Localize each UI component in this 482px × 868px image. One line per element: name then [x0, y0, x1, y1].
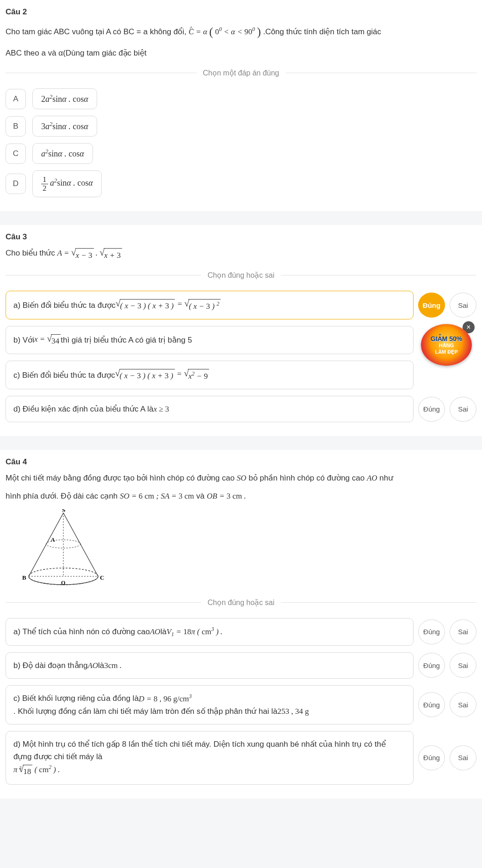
section-divider: Chọn một đáp án đúng — [6, 69, 476, 77]
statement-c-row: c) Biết khối lượng riêng của đồng là D =… — [6, 685, 476, 724]
false-button[interactable]: Sai — [450, 293, 476, 318]
text-fragment: b) Độ dài đoạn thẳng — [13, 659, 87, 672]
option-b-radio[interactable]: B — [6, 116, 26, 137]
text-fragment: d) Một hình trụ có thể tích gấp 8 lần th… — [13, 738, 406, 763]
math-expression: 3a2sinα . cosα — [41, 121, 88, 131]
true-button[interactable]: Đúng — [418, 745, 445, 770]
statement-c[interactable]: c) Biết khối lượng riêng của đồng là D =… — [6, 685, 414, 724]
option-c-row: C a2sinα . cosα — [6, 143, 476, 164]
true-button[interactable]: Đúng — [418, 293, 445, 318]
promo-line2: HÀNG — [439, 343, 454, 349]
label-s: S — [62, 509, 65, 513]
option-d-radio[interactable]: D — [6, 174, 26, 194]
math-expression: D = 8 , 96 g/cm3 — [139, 692, 192, 705]
option-b-row: B 3a2sinα . cosα — [6, 116, 476, 137]
divider-label: Chọn đúng hoặc sai — [201, 271, 281, 280]
option-a-row: A 2a2sinα . cosα — [6, 88, 476, 109]
math-expression: AO — [367, 474, 377, 482]
false-button[interactable]: Sai — [450, 653, 476, 678]
label-o: O — [61, 580, 65, 586]
statement-b[interactable]: b) Với x = √34 thì giá trị biểu thức A c… — [6, 326, 414, 354]
true-button[interactable]: Đúng — [418, 397, 445, 422]
math-expression: SO — [237, 474, 247, 482]
divider-line — [281, 602, 476, 603]
option-a-radio[interactable]: A — [6, 89, 26, 109]
true-button[interactable]: Đúng — [418, 653, 445, 678]
statement-c-row: c) Biến đổi biểu thức ta được √ ( x − 3 … — [6, 361, 476, 389]
text-fragment: c) Biết khối lượng riêng của đồng là — [13, 692, 139, 705]
text-fragment: a) Thể tích của hình nón có đường cao — [13, 625, 150, 638]
option-d-row: D 12 a2sinα . cosα — [6, 170, 476, 197]
divider-line — [6, 275, 201, 275]
text-fragment: c) Biến đổi biểu thức ta được — [13, 369, 115, 381]
question-2: Câu 2 Cho tam giác ABC vuông tại A có BC… — [0, 0, 482, 211]
text-fragment: .Công thức tính diện tích tam giác — [263, 27, 381, 36]
text-fragment: là — [98, 659, 104, 672]
math-expression: 12 a2sinα . cosα — [41, 175, 93, 192]
true-button[interactable]: Đúng — [418, 692, 445, 717]
text-fragment: . Khối lượng đồng cần làm chi tiết máy l… — [13, 705, 278, 718]
math-expression: SO = 6 cm ; SA = 3 cm — [120, 492, 194, 500]
text-fragment: như — [379, 474, 393, 482]
statement-c[interactable]: c) Biến đổi biểu thức ta được √ ( x − 3 … — [6, 361, 414, 389]
promo-badge: × GIẢM 50% HÀNG LÀM ĐẸP — [418, 320, 474, 362]
svg-line-2 — [29, 513, 63, 576]
statement-b-row: b) Với x = √34 thì giá trị biểu thức A c… — [6, 326, 476, 354]
divider-label: Chọn đúng hoặc sai — [201, 598, 281, 607]
math-expression: √ ( x − 3 ) ( x + 3 ) = √ ( x − 3 ) 2 — [116, 298, 221, 312]
section-divider: Chọn đúng hoặc sai — [6, 271, 476, 280]
math-expression: OB = 3 cm . — [207, 492, 246, 500]
option-a-content[interactable]: 2a2sinα . cosα — [32, 88, 97, 109]
question-title: Câu 4 — [6, 457, 476, 467]
statement-a-row: a) Biến đổi biểu thức ta được √ ( x − 3 … — [6, 291, 476, 319]
question-text: Cho biểu thức A = √x − 3 . √x + 3 — [6, 246, 476, 263]
label-b: B — [22, 574, 26, 581]
section-divider: Chọn đúng hoặc sai — [6, 598, 476, 607]
math-expression: √ ( x − 3 ) ( x + 3 ) = √x2 − 9 — [115, 368, 209, 382]
text-fragment: Cho biểu thức — [6, 249, 57, 257]
label-a: A — [51, 537, 55, 543]
option-c-content[interactable]: a2sinα . cosα — [32, 143, 93, 164]
true-button[interactable]: Đúng — [418, 619, 445, 644]
divider-label: Chọn một đáp án đúng — [197, 69, 286, 77]
text-fragment: và — [196, 492, 207, 500]
statement-d-row: d) Một hình trụ có thể tích gấp 8 lần th… — [6, 731, 476, 785]
math-expression: 3cm . — [104, 659, 122, 672]
option-b-content[interactable]: 3a2sinα . cosα — [32, 116, 97, 137]
text-fragment: d) Điều kiện xác định của biểu thức A là — [13, 403, 154, 415]
cone-svg: S A B C O — [19, 509, 107, 588]
text-fragment: b) Với — [13, 334, 34, 346]
option-c-radio[interactable]: C — [6, 144, 26, 164]
statement-d[interactable]: d) Điều kiện xác định của biểu thức A là… — [6, 396, 414, 422]
statement-d[interactable]: d) Một hình trụ có thể tích gấp 8 lần th… — [6, 731, 414, 785]
false-button[interactable]: Sai — [450, 397, 476, 422]
text-fragment: Một chi tiết máy bằng đồng được tạo bởi … — [6, 474, 237, 482]
statement-a[interactable]: a) Biến đổi biểu thức ta được √ ( x − 3 … — [6, 291, 414, 319]
math-expression: C = α ( 00 < α < 900 ) — [189, 27, 261, 36]
statement-b-row: b) Độ dài đoạn thẳng AO là 3cm . Đúng Sa… — [6, 652, 476, 679]
text-fragment: thì giá trị biểu thức A có giá trị bằng … — [61, 334, 192, 346]
false-button[interactable]: Sai — [450, 745, 476, 770]
cone-diagram: S A B C O — [19, 509, 476, 590]
close-icon[interactable]: × — [463, 321, 475, 333]
question-title: Câu 2 — [6, 7, 476, 17]
math-expression: 253 , 34 g — [278, 705, 309, 718]
option-d-content[interactable]: 12 a2sinα . cosα — [32, 170, 102, 197]
math-expression: a2sinα . cosα — [41, 148, 84, 159]
math-expression: V1 = 18π ( cm3 ) . — [167, 625, 222, 639]
text-fragment: là — [161, 625, 167, 638]
divider-line — [281, 275, 476, 275]
false-button[interactable]: Sai — [450, 619, 476, 644]
statement-b[interactable]: b) Độ dài đoạn thẳng AO là 3cm . — [6, 652, 414, 679]
math-expression: x = √34 — [34, 333, 61, 347]
question-title: Câu 3 — [6, 232, 476, 242]
math-expression: AO — [150, 625, 161, 638]
statement-a[interactable]: a) Thể tích của hình nón có đường cao AO… — [6, 618, 414, 646]
divider-line — [286, 73, 477, 73]
question-text: ABC theo a và α(Dùng tam giác đặc biệt — [6, 46, 476, 61]
promo-line1: GIẢM 50% — [431, 335, 462, 343]
question-4: Câu 4 Một chi tiết máy bằng đồng được tạ… — [0, 450, 482, 799]
false-button[interactable]: Sai — [450, 692, 476, 717]
divider-line — [6, 73, 197, 73]
promo-line3: LÀM ĐẸP — [435, 349, 457, 355]
